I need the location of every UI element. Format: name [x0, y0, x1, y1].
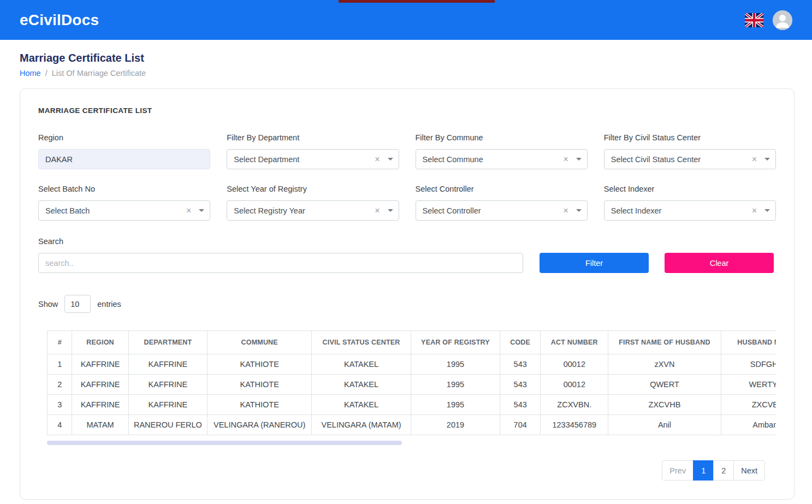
filter-button[interactable]: Filter: [540, 253, 649, 273]
clear-button[interactable]: Clear: [665, 253, 774, 273]
region-label: Region: [38, 133, 210, 142]
search-section: Search Filter Clear: [38, 237, 776, 273]
table-row: 2KAFFRINEKAFFRINEKATHIOTEKATAKEL19955430…: [48, 375, 777, 395]
table-cell: KAFFRINE: [128, 395, 208, 415]
table-header-row: #REGIONDEPARTMENTCOMMUNECIVIL STATUS CEN…: [48, 331, 777, 354]
table-cell: KATAKEL: [312, 375, 411, 395]
table-cell: Anil: [608, 415, 721, 435]
commune-select-value: Select Commune: [423, 155, 564, 164]
table-cell: 3: [48, 395, 72, 415]
top-strip: [339, 0, 495, 3]
table-cell: 1: [48, 354, 72, 375]
table-cell: Ambani: [721, 415, 776, 435]
clear-selection-icon[interactable]: ×: [375, 155, 380, 164]
filter-batch: Select Batch No Select Batch ×: [38, 185, 210, 221]
next-page-button[interactable]: Next: [733, 460, 765, 481]
filter-controller: Select Controller Select Controller ×: [416, 185, 588, 221]
table-cell: KATAKEL: [312, 395, 411, 415]
page-head: Marriage Certificate List Home / List Of…: [0, 40, 812, 78]
batch-label: Select Batch No: [38, 185, 210, 193]
breadcrumb-current: List Of Marriage Certificate: [52, 69, 146, 78]
controller-label: Select Controller: [416, 185, 588, 193]
brand-logo[interactable]: eCivilDocs: [20, 11, 99, 29]
filter-region: Region: [38, 133, 210, 169]
table-cell: ZXCVHB: [608, 395, 721, 415]
clear-selection-icon[interactable]: ×: [752, 155, 757, 164]
filter-registry-year: Select Year of Registry Select Registry …: [227, 185, 399, 221]
indexer-select-value: Select Indexer: [611, 206, 752, 215]
table-cell: 4: [48, 415, 72, 435]
clear-selection-icon[interactable]: ×: [375, 206, 380, 215]
clear-selection-icon[interactable]: ×: [563, 206, 568, 215]
table-cell: KAFFRINE: [72, 395, 128, 415]
page-button-2[interactable]: 2: [713, 460, 734, 481]
chevron-down-icon: [388, 158, 393, 161]
batch-select[interactable]: Select Batch ×: [38, 200, 210, 221]
table-cell: ZXCVB,: [721, 395, 776, 415]
table-cell: VELINGARA (RANEROU): [208, 415, 312, 435]
table-cell: VELINGARA (MATAM): [312, 415, 411, 435]
show-label: Show: [38, 300, 58, 309]
table-cell: 543: [500, 395, 541, 415]
page-button-1[interactable]: 1: [693, 460, 714, 481]
controller-select[interactable]: Select Controller ×: [416, 200, 588, 221]
entries-count-input[interactable]: [64, 295, 91, 313]
table-cell: 1995: [411, 375, 500, 395]
column-header: DEPARTMENT: [128, 331, 208, 354]
clear-selection-icon[interactable]: ×: [752, 206, 757, 215]
column-header: FIRST NAME OF HUSBAND: [608, 331, 721, 354]
region-input[interactable]: [38, 149, 210, 169]
clear-selection-icon[interactable]: ×: [563, 155, 568, 164]
breadcrumb-home-link[interactable]: Home: [20, 69, 41, 78]
page-title: Marriage Certificate List: [20, 52, 792, 64]
table-row: 4MATAMRANEROU FERLOVELINGARA (RANEROU)VE…: [48, 415, 777, 435]
navbar-right: [744, 10, 792, 30]
search-input[interactable]: [38, 253, 523, 273]
table-cell: 1233456789: [541, 415, 608, 435]
marriage-certificate-card: MARRIAGE CERTIFICATE LIST Region Filter …: [20, 88, 795, 500]
batch-select-value: Select Batch: [45, 206, 186, 215]
prev-page-button[interactable]: Prev: [662, 460, 694, 481]
table-cell: KAFFRINE: [72, 375, 128, 395]
table-cell: 543: [500, 354, 541, 375]
table-cell: 2019: [411, 415, 500, 435]
language-flag-icon[interactable]: [744, 13, 764, 28]
table-cell: SDFGHJ: [721, 354, 776, 375]
chevron-down-icon: [388, 209, 393, 212]
table-cell: 543: [500, 375, 541, 395]
table-cell: WERTYU: [721, 375, 776, 395]
column-header: YEAR OF REGISTRY: [411, 331, 500, 354]
card-title: MARRIAGE CERTIFICATE LIST: [38, 106, 776, 115]
department-select[interactable]: Select Department ×: [227, 149, 399, 169]
results-table: #REGIONDEPARTMENTCOMMUNECIVIL STATUS CEN…: [47, 330, 776, 435]
column-header: #: [48, 331, 72, 354]
registry-year-label: Select Year of Registry: [227, 185, 399, 193]
column-header: CODE: [500, 331, 541, 354]
table-cell: KAFFRINE: [128, 375, 208, 395]
column-header: COMMUNE: [208, 331, 312, 354]
breadcrumb: Home / List Of Marriage Certificate: [20, 69, 792, 78]
registry-year-select[interactable]: Select Registry Year ×: [227, 200, 399, 221]
table-cell: QWERT: [608, 375, 721, 395]
indexer-select[interactable]: Select Indexer ×: [604, 200, 776, 221]
table-row: 1KAFFRINEKAFFRINEKATHIOTEKATAKEL19955430…: [48, 354, 777, 375]
clear-selection-icon[interactable]: ×: [186, 206, 191, 215]
civil-status-center-select-value: Select Civil Status Center: [611, 155, 752, 164]
user-avatar[interactable]: [773, 10, 792, 30]
breadcrumb-separator: /: [45, 69, 48, 78]
table-cell: zXVN: [608, 354, 721, 375]
entries-label: entries: [97, 300, 121, 309]
navbar: eCivilDocs: [0, 0, 812, 40]
chevron-down-icon: [576, 158, 582, 161]
table-cell: 00012: [541, 375, 608, 395]
results-table-wrap: #REGIONDEPARTMENTCOMMUNECIVIL STATUS CEN…: [47, 330, 776, 435]
table-cell: KATAKEL: [312, 354, 411, 375]
civil-status-center-select[interactable]: Select Civil Status Center ×: [604, 149, 776, 169]
commune-select[interactable]: Select Commune ×: [416, 149, 588, 169]
table-row: 3KAFFRINEKAFFRINEKATHIOTEKATAKEL1995543Z…: [48, 395, 777, 415]
show-entries: Show entries: [38, 295, 776, 313]
table-cell: KATHIOTE: [208, 395, 312, 415]
civil-status-center-label: Filter By Civil Status Center: [604, 133, 776, 142]
horizontal-scrollbar[interactable]: [47, 441, 402, 445]
table-cell: ZCXVBN.: [541, 395, 608, 415]
